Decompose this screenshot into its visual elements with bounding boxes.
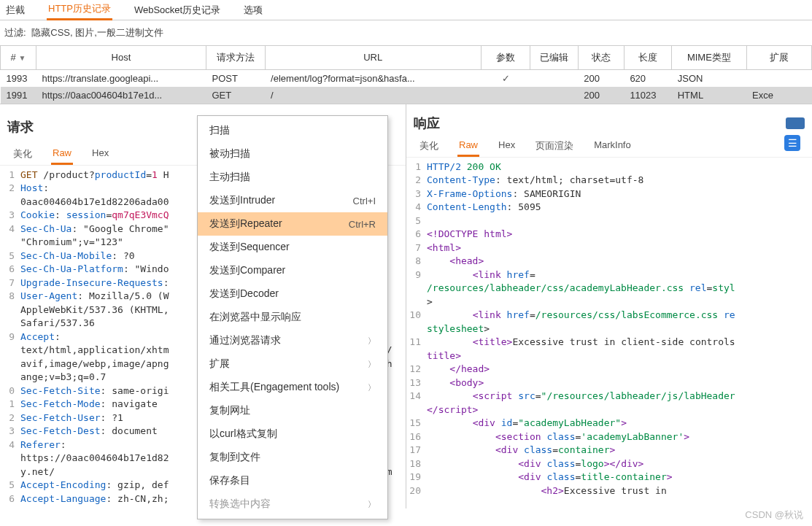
response-pane: 响应 美化 Raw Hex 页面渲染 MarkInfo ☰ 1234567891… [406,104,812,509]
ctx-item[interactable]: 扫描 [198,119,387,142]
response-title: 响应 [414,115,440,132]
req-tab-hex[interactable]: Hex [90,143,110,165]
req-tab-raw[interactable]: Raw [51,143,73,165]
col-len[interactable]: 长度 [624,46,671,69]
detail-panes: 请求 ≡ 美化 Raw Hex 1234567890123456 GET /pr… [0,104,812,509]
col-mime[interactable]: MIME类型 [672,46,746,69]
resp-tab-hex[interactable]: Hex [497,135,517,157]
request-title: 请求 [7,118,34,136]
ctx-item[interactable]: 扩展〉 [198,352,387,376]
table-row[interactable]: 1991https://0aac004604b17e1d...GET/20011… [1,87,812,104]
ctx-item[interactable]: 复制网址 [198,399,387,422]
resp-tab-render[interactable]: 页面渲染 [534,135,575,157]
ctx-item[interactable]: 发送到IntruderCtrl+I [198,189,387,212]
ctx-item[interactable]: 复制到文件 [198,446,387,469]
ctx-item: 转换选中内容〉 [198,492,387,508]
ctx-item[interactable]: 保存条目 [198,469,387,492]
view-toggle-icon[interactable] [786,117,805,129]
tab-http-history[interactable]: HTTP历史记录 [47,0,112,20]
filter-label: 过滤: [4,27,26,38]
ctx-item[interactable]: 被动扫描 [198,142,387,166]
filter-value: 隐藏CSS, 图片,一般二进制文件 [31,27,163,38]
resp-tab-raw[interactable]: Raw [457,135,479,157]
context-menu: 扫描被动扫描主动扫描发送到IntruderCtrl+I发送到RepeaterCt… [197,115,388,508]
ctx-item[interactable]: 在浏览器中显示响应 [198,306,387,329]
col-edited[interactable]: 已编辑 [530,46,578,69]
response-raw[interactable]: 1234567891011121314151617181920 HTTP/2 2… [406,158,812,501]
ctx-item[interactable]: 发送到Sequencer [198,236,387,259]
ctx-item[interactable]: 发送到Comparer [198,259,387,282]
tab-ws-history[interactable]: WebSocket历史记录 [133,1,222,20]
col-method[interactable]: 请求方法 [206,46,266,69]
col-host[interactable]: Host [36,46,206,69]
table-row[interactable]: 1993https://translate.googleapi...POST/e… [1,69,812,87]
col-id[interactable]: # ▼ [1,46,36,69]
resp-tab-markinfo[interactable]: MarkInfo [592,135,633,157]
tab-options[interactable]: 选项 [242,1,264,20]
response-subtabs: 美化 Raw Hex 页面渲染 MarkInfo ☰ [406,135,812,158]
filter-bar[interactable]: 过滤: 隐藏CSS, 图片,一般二进制文件 [0,20,812,46]
info-badge-icon[interactable]: ☰ [784,135,800,151]
ctx-item[interactable]: 发送到Decoder [198,282,387,306]
col-url[interactable]: URL [265,46,481,69]
top-tabs: 拦截 HTTP历史记录 WebSocket历史记录 选项 [0,0,812,20]
col-ext[interactable]: 扩展 [746,46,811,69]
ctx-item[interactable]: 通过浏览器请求〉 [198,329,387,352]
ctx-item[interactable]: 以curl格式复制 [198,422,387,446]
col-params[interactable]: 参数 [481,46,530,69]
ctx-item[interactable]: 主动扫描 [198,166,387,189]
tab-intercept[interactable]: 拦截 [4,1,26,20]
col-status[interactable]: 状态 [578,46,624,69]
req-tab-pretty[interactable]: 美化 [12,143,34,165]
resp-tab-pretty[interactable]: 美化 [418,135,440,157]
history-table: # ▼ Host 请求方法 URL 参数 已编辑 状态 长度 MIME类型 扩展… [0,46,812,104]
ctx-item[interactable]: 发送到RepeaterCtrl+R [198,212,387,236]
ctx-item[interactable]: 相关工具(Engagement tools)〉 [198,376,387,399]
